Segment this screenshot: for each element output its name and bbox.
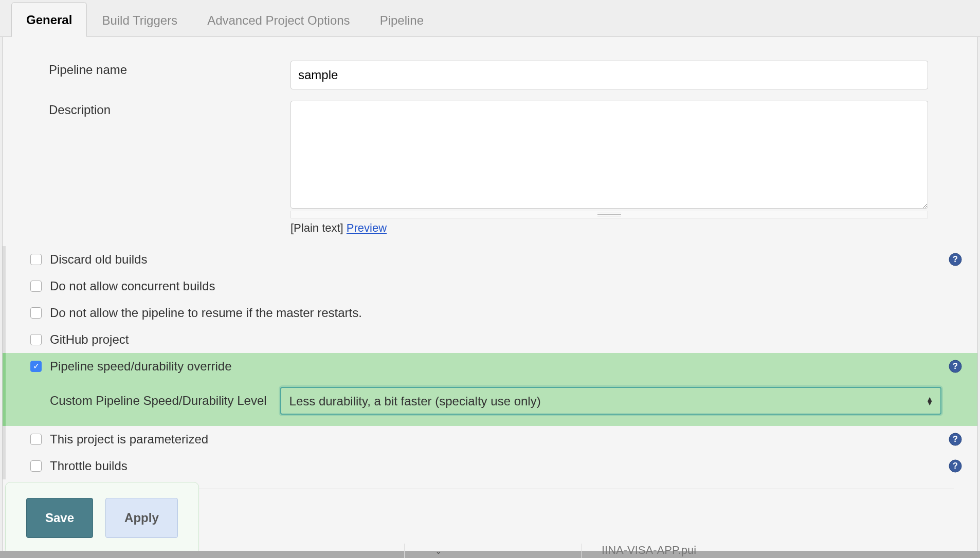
label-no-concurrent: Do not allow concurrent builds: [50, 279, 215, 293]
partial-filename-text: IINA-VISA-APP.pui: [602, 544, 696, 557]
textarea-resize-bar[interactable]: [291, 211, 928, 218]
svg-text:?: ?: [953, 435, 958, 443]
window-bottom-strip: [0, 551, 980, 558]
checkbox-parameterized[interactable]: [30, 434, 42, 445]
row-speed-level: Custom Pipeline Speed/Durability Level L…: [6, 380, 977, 426]
description-textarea[interactable]: [291, 101, 928, 209]
pipeline-name-input[interactable]: [291, 61, 928, 89]
description-meta: [Plain text] Preview: [291, 221, 941, 235]
svg-text:?: ?: [953, 255, 958, 264]
apply-button[interactable]: Apply: [105, 498, 178, 538]
tab-build-triggers[interactable]: Build Triggers: [87, 3, 192, 37]
chevron-down-icon: ⌄: [435, 546, 442, 556]
save-button[interactable]: Save: [26, 498, 93, 538]
row-speed-override[interactable]: Pipeline speed/durability override ?: [6, 353, 977, 380]
row-github-project[interactable]: GitHub project: [3, 326, 977, 353]
row-no-resume[interactable]: Do not allow the pipeline to resume if t…: [3, 300, 977, 326]
row-throttle[interactable]: Throttle builds ?: [3, 453, 977, 479]
help-icon[interactable]: ?: [949, 433, 962, 446]
checkbox-speed-override[interactable]: [30, 361, 42, 372]
tab-pipeline[interactable]: Pipeline: [365, 3, 439, 37]
svg-text:?: ?: [953, 461, 958, 470]
divider: [581, 544, 582, 558]
checkbox-no-resume[interactable]: [30, 307, 42, 319]
help-icon[interactable]: ?: [949, 253, 962, 266]
select-speed-level[interactable]: Less durability, a bit faster (specialty…: [280, 387, 941, 415]
label-no-resume: Do not allow the pipeline to resume if t…: [50, 306, 362, 320]
label-speed-level: Custom Pipeline Speed/Durability Level: [50, 394, 267, 408]
label-parameterized: This project is parameterized: [50, 432, 208, 447]
row-discard-old-builds[interactable]: Discard old builds ?: [3, 246, 977, 273]
tab-general[interactable]: General: [11, 2, 87, 37]
action-bar: Save Apply: [5, 482, 199, 554]
tab-content: Pipeline name Description [Plain text] P…: [2, 37, 978, 558]
pipeline-name-label: Pipeline name: [3, 61, 291, 77]
label-discard-old-builds: Discard old builds: [50, 252, 147, 267]
checkbox-no-concurrent[interactable]: [30, 281, 42, 292]
divider: [404, 544, 405, 558]
description-preview-link[interactable]: Preview: [347, 221, 387, 234]
grip-icon: [597, 212, 621, 216]
label-throttle: Throttle builds: [50, 459, 128, 473]
label-github-project: GitHub project: [50, 332, 129, 347]
group-speed-override: Pipeline speed/durability override ? Cus…: [3, 353, 977, 426]
tab-advanced-project-options[interactable]: Advanced Project Options: [192, 3, 365, 37]
row-pipeline-name: Pipeline name: [3, 61, 977, 89]
help-icon[interactable]: ?: [949, 360, 962, 373]
tab-bar: General Build Triggers Advanced Project …: [0, 0, 980, 37]
row-no-concurrent[interactable]: Do not allow concurrent builds: [3, 273, 977, 300]
description-format-label: [Plain text]: [291, 221, 343, 234]
help-icon[interactable]: ?: [949, 459, 962, 473]
checkbox-discard-old-builds[interactable]: [30, 254, 42, 265]
config-page: General Build Triggers Advanced Project …: [0, 0, 980, 558]
svg-text:?: ?: [953, 362, 958, 370]
row-description: Description [Plain text] Preview: [3, 101, 977, 235]
checkbox-github-project[interactable]: [30, 334, 42, 345]
checkbox-throttle[interactable]: [30, 460, 42, 472]
description-label: Description: [3, 101, 291, 117]
row-parameterized[interactable]: This project is parameterized ?: [3, 426, 977, 453]
label-speed-override: Pipeline speed/durability override: [50, 359, 232, 374]
